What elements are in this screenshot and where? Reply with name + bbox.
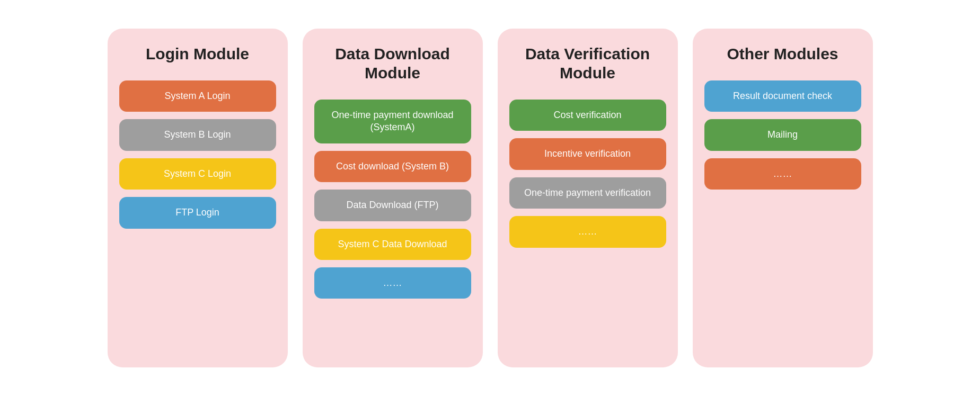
item-btn-data-download-3[interactable]: System C Data Download: [314, 229, 471, 260]
item-btn-data-verification-1[interactable]: Incentive verification: [509, 138, 666, 169]
items-list-other-modules: Result document checkMailing……: [704, 80, 861, 190]
module-title-data-download: Data Download Module: [314, 44, 471, 83]
item-btn-other-modules-1[interactable]: Mailing: [704, 119, 861, 150]
items-list-data-verification: Cost verificationIncentive verificationO…: [509, 100, 666, 248]
item-btn-data-download-4[interactable]: ……: [314, 267, 471, 299]
module-title-other-modules: Other Modules: [727, 44, 838, 64]
module-title-login: Login Module: [146, 44, 249, 64]
item-btn-data-verification-2[interactable]: One-time payment verification: [509, 177, 666, 209]
item-btn-login-3[interactable]: FTP Login: [119, 197, 276, 228]
module-card-data-verification: Data Verification ModuleCost verificatio…: [498, 29, 678, 367]
item-btn-other-modules-0[interactable]: Result document check: [704, 80, 861, 112]
item-btn-data-verification-0[interactable]: Cost verification: [509, 100, 666, 131]
item-btn-login-2[interactable]: System C Login: [119, 158, 276, 190]
item-btn-data-download-1[interactable]: Cost download (System B): [314, 151, 471, 182]
items-list-data-download: One-time payment download (SystemA)Cost …: [314, 100, 471, 299]
item-btn-other-modules-2[interactable]: ……: [704, 158, 861, 190]
item-btn-login-0[interactable]: System A Login: [119, 80, 276, 112]
module-card-data-download: Data Download ModuleOne-time payment dow…: [303, 29, 483, 367]
module-title-data-verification: Data Verification Module: [509, 44, 666, 83]
module-card-other-modules: Other ModulesResult document checkMailin…: [693, 29, 873, 367]
module-card-login: Login ModuleSystem A LoginSystem B Login…: [108, 29, 288, 367]
item-btn-login-1[interactable]: System B Login: [119, 119, 276, 150]
item-btn-data-verification-3[interactable]: ……: [509, 216, 666, 247]
page-wrapper: Login ModuleSystem A LoginSystem B Login…: [86, 7, 894, 389]
items-list-login: System A LoginSystem B LoginSystem C Log…: [119, 80, 276, 229]
item-btn-data-download-2[interactable]: Data Download (FTP): [314, 190, 471, 221]
item-btn-data-download-0[interactable]: One-time payment download (SystemA): [314, 100, 471, 143]
